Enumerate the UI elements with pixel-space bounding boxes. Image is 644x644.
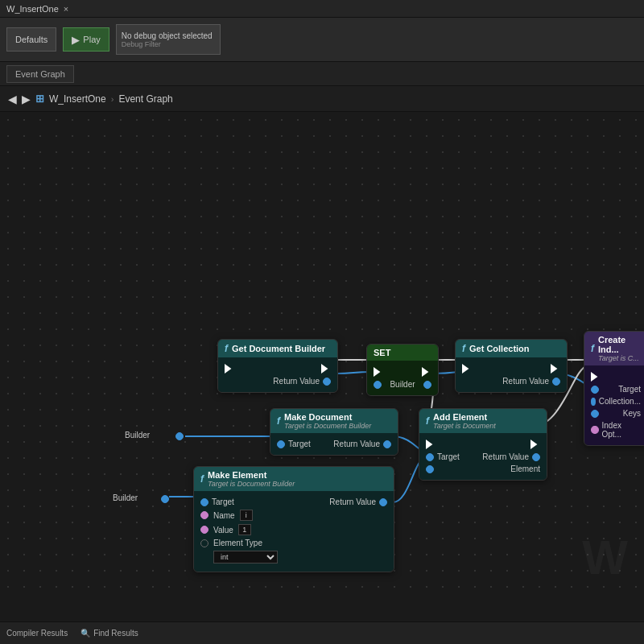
get-collection-return-label: Return Value (502, 377, 549, 386)
create-index-keys-row: Keys (584, 407, 644, 419)
make-element-body: Target Return Value Name i Value 1 (194, 491, 394, 572)
create-index-opt-row: Index Opt... (584, 419, 644, 440)
get-collection-exec-row (456, 362, 567, 375)
make-document-title: Make Document (284, 412, 352, 422)
make-element-target-label: Target (212, 497, 234, 506)
set-out-pin[interactable] (423, 381, 431, 389)
make-element-name-row: Name i (194, 508, 394, 522)
create-index-opt-pin[interactable] (591, 426, 599, 434)
find-results-label: Find Results (93, 629, 138, 638)
add-element-target-pin[interactable] (426, 453, 434, 461)
create-index-target-pin[interactable] (591, 386, 599, 394)
make-element-node[interactable]: f Make Element Target is Document Builde… (193, 466, 394, 572)
forward-arrow[interactable]: ▶ (22, 93, 31, 105)
add-element-body: Target Return Value Element (419, 433, 547, 480)
get-document-builder-body: Return Value (218, 357, 337, 392)
make-document-body: Target Return Value (270, 433, 398, 455)
make-document-return-pin[interactable] (383, 440, 391, 448)
builder-output-pin-make-element[interactable] (161, 495, 169, 503)
make-element-return-pin[interactable] (379, 498, 387, 506)
get-document-builder-node[interactable]: f Get Document Builder Return Value (217, 339, 338, 393)
element-type-select[interactable]: int (213, 551, 278, 564)
builder-label-make-element: Builder (113, 493, 138, 502)
create-index-collection-pin[interactable] (591, 398, 596, 406)
breadcrumb-separator: › (111, 94, 114, 104)
builder-label-make-document: Builder (125, 431, 150, 440)
title-bar-title: W_InsertOne (6, 4, 59, 14)
set-in-pin[interactable] (374, 381, 382, 389)
add-element-badge: f (426, 415, 429, 427)
add-element-element-pin[interactable] (426, 465, 434, 473)
make-document-header: f Make Document Target is Document Build… (270, 409, 398, 433)
exec-out-pin[interactable] (321, 364, 331, 374)
create-index-keys-pin[interactable] (591, 410, 599, 418)
create-index-node[interactable]: f Create Ind... Target is C... Target Co… (584, 331, 644, 446)
make-element-badge: f (200, 473, 204, 485)
create-index-target-label: Target (618, 385, 641, 394)
find-results-tab[interactable]: 🔍 Find Results (80, 629, 138, 638)
add-element-return-label: Return Value (482, 452, 529, 461)
create-index-exec-in[interactable] (591, 372, 601, 382)
set-node[interactable]: SET Builder (366, 344, 439, 396)
make-element-value-pin[interactable] (200, 526, 208, 534)
breadcrumb-grid-icon: ⊞ (35, 93, 44, 105)
exec-row (218, 362, 337, 375)
add-element-target-row: Target Return Value (419, 451, 547, 463)
blueprint-canvas[interactable]: f Get Document Builder Return Value (0, 112, 644, 601)
make-element-subtitle: Target is Document Builder (208, 480, 295, 488)
debug-dropdown-value: No debug object selected (122, 31, 215, 40)
debug-dropdown-label: Debug Filter (122, 40, 215, 48)
watermark: W (582, 530, 628, 585)
builder-output-pin-make-document[interactable] (175, 432, 184, 440)
set-exec-in-pin[interactable] (374, 367, 383, 377)
compiler-results-label: Compiler Results (6, 629, 68, 638)
make-element-target-pin[interactable] (200, 498, 208, 506)
add-element-title: Add Element (433, 412, 487, 422)
compiler-results-tab[interactable]: Compiler Results (6, 629, 68, 638)
get-document-builder-title: Get Document Builder (232, 344, 325, 353)
exec-in-pin[interactable] (225, 364, 234, 374)
return-value-pin[interactable] (323, 378, 331, 386)
add-element-exec-in[interactable] (426, 440, 436, 449)
get-collection-title: Get Collection (469, 344, 530, 353)
get-collection-node[interactable]: f Get Collection Return Value (455, 339, 568, 393)
add-element-target-label: Target (437, 452, 460, 461)
get-collection-exec-out[interactable] (551, 364, 560, 374)
add-element-return-pin[interactable] (532, 453, 540, 461)
make-document-node[interactable]: f Make Document Target is Document Build… (270, 408, 398, 456)
add-element-exec-out[interactable] (530, 440, 540, 449)
back-arrow[interactable]: ◀ (8, 93, 17, 105)
make-document-return-label: Return Value (333, 440, 380, 448)
get-collection-exec-in[interactable] (462, 364, 472, 374)
play-button[interactable]: ▶ Play (63, 27, 109, 52)
create-index-opt-label: Index Opt... (602, 421, 642, 439)
title-bar-close[interactable]: × (64, 4, 68, 14)
create-index-header: f Create Ind... Target is C... (584, 332, 644, 365)
make-document-subtitle: Target is Document Builder (284, 422, 371, 430)
make-element-title: Make Element (208, 470, 266, 480)
add-element-element-row: Element (419, 463, 547, 475)
defaults-button[interactable]: Defaults (6, 27, 56, 52)
set-exec-out-pin[interactable] (422, 367, 431, 377)
make-element-name-value[interactable]: i (240, 510, 253, 521)
make-element-value-label: Value (213, 526, 233, 535)
make-element-value-value[interactable]: 1 (238, 524, 251, 535)
get-collection-header: f Get Collection (456, 340, 567, 357)
title-bar: W_InsertOne × (0, 0, 644, 18)
make-element-name-label: Name (213, 511, 235, 520)
create-index-exec-row (584, 370, 644, 383)
create-index-body: Target Collection... Keys Index Opt... (584, 365, 644, 445)
toolbar: Defaults ▶ Play No debug object selected… (0, 18, 644, 62)
add-element-exec-row (419, 438, 547, 451)
breadcrumb-parent[interactable]: W_InsertOne (49, 93, 106, 105)
make-element-type-pin (200, 539, 208, 547)
add-element-node[interactable]: f Add Element Target is Document Target … (419, 408, 547, 481)
make-document-target-pin[interactable] (277, 440, 285, 448)
create-index-collection-label: Collection... (599, 397, 641, 406)
debug-dropdown[interactable]: No debug object selected Debug Filter (116, 24, 221, 55)
event-graph-tab[interactable]: Event Graph (6, 65, 74, 83)
make-element-name-pin[interactable] (200, 511, 208, 519)
get-collection-function-badge: f (462, 343, 465, 354)
create-index-target-row: Target (584, 383, 644, 395)
get-collection-return-pin[interactable] (552, 378, 560, 386)
